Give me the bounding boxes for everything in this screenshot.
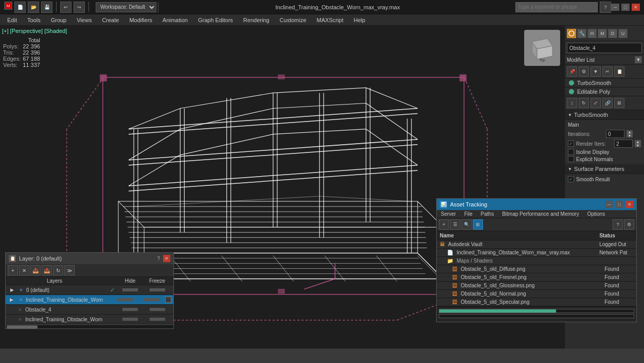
at-row-maps[interactable]: 📁 Maps / Shaders	[437, 257, 636, 265]
at-row-diffuse[interactable]: 🖼 Obstacle_5_old_Diffuse.png Found	[437, 265, 636, 273]
explicit-normals-checkbox[interactable]	[568, 156, 574, 162]
at-tb-remove[interactable]: ☰	[450, 219, 460, 230]
at-minimize-btn[interactable]: ─	[605, 201, 613, 208]
menu-graph-editors[interactable]: Graph Editors	[193, 16, 238, 24]
new-btn[interactable]: 📄	[14, 2, 26, 13]
render-iters-up[interactable]: ▲	[635, 140, 641, 144]
create-icon[interactable]	[567, 29, 576, 38]
at-menu-options[interactable]: Options	[583, 210, 609, 218]
undo-btn[interactable]: ↩	[60, 2, 71, 13]
move-icon[interactable]: ↕	[567, 98, 577, 108]
menu-edit[interactable]: Edit	[2, 16, 22, 24]
main-label: Main	[568, 122, 641, 128]
cfg-icon[interactable]: ⚙	[579, 66, 589, 77]
close-btn[interactable]: ✕	[632, 4, 640, 11]
at-menu-bitmap-perf[interactable]: Bitmap Performance and Memory	[498, 210, 583, 218]
layer-close-btn[interactable]: ✕	[163, 255, 170, 262]
modifier-editable-poly[interactable]: Editable Poly	[565, 88, 644, 96]
paste-icon[interactable]: 📋	[614, 66, 624, 77]
pin-icon[interactable]: 📌	[567, 66, 577, 77]
help-btn[interactable]: ?	[600, 2, 611, 13]
object-name-input[interactable]	[567, 43, 642, 53]
search-input[interactable]	[515, 2, 598, 12]
lw-create-btn[interactable]: +	[8, 265, 18, 275]
open-btn[interactable]: 📂	[28, 2, 39, 13]
at-maximize-btn[interactable]: □	[616, 201, 623, 208]
turbosmooth-section-header[interactable]: ▼ TurboSmooth	[565, 110, 644, 120]
utils-icon[interactable]: U	[618, 29, 628, 38]
at-tb-settings[interactable]: ⚙	[624, 219, 634, 230]
modifier-turbosmooth[interactable]: TurboSmooth	[565, 79, 644, 88]
modifier-list-label: Modifier List	[567, 57, 634, 63]
at-tb-find[interactable]: 🔍	[461, 219, 472, 230]
scale-icon[interactable]: ⤢	[591, 98, 601, 108]
isoline-checkbox[interactable]	[568, 149, 574, 155]
grid-icon[interactable]: ⊞	[614, 98, 624, 108]
at-row-glossiness[interactable]: 🖼 Obstacle_5_old_Glossiness.png Found	[437, 282, 636, 290]
iterations-down[interactable]: ▼	[627, 134, 633, 137]
menu-rendering[interactable]: Rendering	[238, 16, 275, 24]
menu-modifiers[interactable]: Modifiers	[124, 16, 157, 24]
lw-delete-btn[interactable]: ✕	[19, 265, 29, 275]
at-row-fresnel[interactable]: 🖼 Obstacle_5_old_Fresnel.png Found	[437, 273, 636, 282]
at-row-vault[interactable]: 🏛 Autodesk Vault Logged Out	[437, 240, 636, 249]
menu-animation[interactable]: Animation	[157, 16, 193, 24]
at-menu-file[interactable]: File	[460, 210, 476, 218]
iterations-up[interactable]: ▲	[627, 130, 633, 134]
at-tb-add[interactable]: +	[439, 219, 449, 230]
lw-more-btn[interactable]: ≫	[64, 265, 75, 275]
layer-col-hide: Hide	[117, 278, 143, 284]
lw-add-sel-btn[interactable]: 📥	[30, 265, 41, 275]
link-icon[interactable]: 🔗	[602, 98, 613, 108]
minimize-btn[interactable]: ─	[611, 4, 619, 11]
render-iters-checkbox[interactable]: ✓	[568, 141, 574, 147]
layer-row-0-default[interactable]: ▶ ≡ 0 (default) ✓	[6, 285, 173, 295]
at-row-normal[interactable]: 🖼 Obstacle_5_old_Normal.png Found	[437, 290, 636, 298]
smooth-result-checkbox[interactable]: ✓	[568, 176, 574, 182]
render-iters-down[interactable]: ▼	[635, 144, 641, 147]
layer-window-icon: 📋	[9, 255, 16, 262]
lw-sel-in-btn[interactable]: 📤	[42, 265, 52, 275]
menu-customize[interactable]: Customize	[275, 16, 312, 24]
layer-row-inclined[interactable]: ▶ ≡ Inclined_Training_Obstacle_Worn	[6, 295, 173, 305]
redo-btn[interactable]: ↪	[74, 2, 85, 13]
rot-icon[interactable]: ↻	[579, 98, 589, 108]
at-menu-paths[interactable]: Paths	[477, 210, 498, 218]
workspace-dropdown[interactable]: Workspace: Default	[96, 2, 156, 12]
layer-row-inclined2-name: Inclined_Training_Obstacle_Worn	[25, 317, 107, 322]
display-icon[interactable]: D	[608, 29, 617, 38]
modify-icon[interactable]: 🔧	[577, 29, 586, 38]
modifier-list-dropdown[interactable]: ▼	[635, 56, 642, 63]
surface-params-header[interactable]: ▼ Surface Parameters	[565, 164, 644, 174]
save-btn[interactable]: 💾	[41, 2, 52, 13]
layer-col-name: Layers	[26, 278, 117, 284]
maximize-btn[interactable]: □	[621, 4, 630, 11]
layer-scroll-thumb[interactable]	[7, 325, 38, 329]
at-tb-help[interactable]: ?	[613, 219, 623, 230]
layer-row-inclined2[interactable]: ○ Inclined_Training_Obstacle_Worn	[6, 315, 173, 324]
at-menu-server[interactable]: Server	[437, 210, 460, 218]
at-close-btn[interactable]: ✕	[626, 201, 633, 208]
menu-maxscript[interactable]: MAXScript	[312, 16, 349, 24]
at-row-specular[interactable]: 🖼 Obstacle_5_old_Specular.png Found	[437, 298, 636, 306]
motion-icon[interactable]: M	[598, 29, 607, 38]
iterations-input[interactable]	[606, 130, 624, 138]
layer-scrollbar[interactable]	[6, 324, 173, 329]
render-iters-input[interactable]	[614, 140, 633, 148]
filter-icon[interactable]: ▼	[591, 66, 601, 77]
menu-create[interactable]: Create	[97, 16, 124, 24]
menu-tools[interactable]: Tools	[22, 16, 46, 24]
lw-refresh-btn[interactable]: ↻	[53, 265, 63, 275]
isoline-label: Isoline Display	[576, 149, 609, 155]
texture-icon-specular: 🖼	[452, 299, 457, 305]
cut-icon[interactable]: ✂	[602, 66, 613, 77]
layer-row-inclined-checkbox[interactable]	[165, 297, 171, 303]
menu-views[interactable]: Views	[71, 16, 97, 24]
view-cube[interactable]: Top	[524, 30, 560, 66]
menu-help[interactable]: Help	[349, 16, 371, 24]
at-tb-table[interactable]: ⊞	[473, 219, 483, 230]
menu-group[interactable]: Group	[46, 16, 72, 24]
at-row-maxfile[interactable]: 📄 Inclined_Training_Obstacle_Worn_max_vr…	[437, 249, 636, 257]
hierarchy-icon[interactable]: H	[587, 29, 597, 38]
layer-row-obstacle4[interactable]: ○ Obstacle_4	[6, 305, 173, 315]
